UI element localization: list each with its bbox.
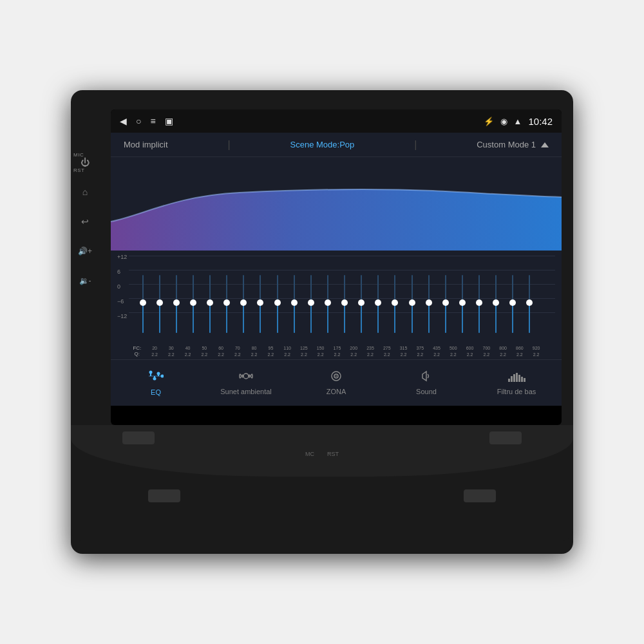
fc-value-22: 860 [516,345,524,352]
slider-col-11[interactable] [320,275,335,333]
svg-rect-15 [508,379,510,382]
fc-value-3: 50 [202,345,207,352]
q-value-7: 2.2 [268,352,274,358]
back-button[interactable]: ↩ [76,213,94,231]
fc-value-12: 200 [350,345,357,352]
slider-col-3[interactable] [185,275,200,333]
slider-col-1[interactable] [152,275,167,333]
freq-col-23: 9202.2 [529,345,544,358]
slider-col-15[interactable] [388,275,402,333]
freq-col-20: 7002.2 [479,345,494,358]
slider-col-18[interactable] [438,275,453,333]
custom-mode[interactable]: Custom Mode 1 [477,140,549,149]
slider-col-16[interactable] [404,275,419,333]
q-value-4: 2.2 [218,352,224,358]
volume-up-button[interactable]: 🔊+ [76,242,94,260]
freq-col-0: 202.2 [147,345,162,358]
fc-value-18: 500 [450,345,457,352]
time-display: 10:42 [528,116,553,127]
fc-value-5: 70 [235,345,240,352]
fc-value-20: 700 [482,345,490,352]
sep2: | [414,139,417,151]
q-value-5: 2.2 [234,352,241,358]
back-icon[interactable]: ◀ [120,116,127,126]
slider-col-9[interactable] [287,275,301,333]
slider-col-20[interactable] [472,275,487,333]
slider-col-14[interactable] [371,275,386,333]
freq-col-14: 2752.2 [379,345,394,358]
freq-col-3: 502.2 [197,345,212,358]
fc-value-21: 800 [499,345,507,352]
tab-eq-label: EQ [151,388,161,396]
home-button[interactable]: ⌂ [76,183,94,201]
freq-labels-row: FC: Q: 202.2302.2402.2502.2602.2702.2802… [111,344,562,359]
svg-rect-18 [516,373,518,382]
location-icon: ◉ [500,117,507,126]
slider-col-23[interactable] [522,275,537,333]
eq-sliders-wrapper: +12 6 0 −6 −12 [111,251,562,344]
bluetooth-icon: ⚡ [484,117,494,126]
svg-point-4 [153,377,156,380]
freq-labels-container: 202.2302.2402.2502.2602.2702.2802.2952.2… [147,345,544,358]
tab-sound[interactable]: Sound [381,370,471,395]
fc-value-16: 375 [416,345,424,352]
tab-sunet[interactable]: Sunet ambiental [201,370,291,395]
rst-label: RST [73,167,85,173]
menu-icon[interactable]: ≡ [150,116,155,126]
mode-bar: Mod implicit | Scene Mode:Pop | Custom M… [111,133,562,157]
rst-bottom-label: RST [327,451,339,457]
tab-zona[interactable]: ZONA [291,370,381,395]
fc-value-0: 20 [152,345,157,352]
slider-col-7[interactable] [253,275,268,333]
q-value-12: 2.2 [350,352,357,358]
fc-value-8: 110 [283,345,291,352]
sep1: | [228,139,231,151]
q-value-8: 2.2 [284,352,290,358]
slider-col-22[interactable] [506,275,520,333]
eq-sliders[interactable] [117,256,555,333]
slider-col-5[interactable] [220,275,234,333]
q-value-18: 2.2 [450,352,457,358]
q-value-9: 2.2 [301,352,307,358]
svg-point-13 [336,375,337,377]
mod-implicit[interactable]: Mod implicit [124,140,168,149]
slider-col-0[interactable] [135,275,150,333]
home-icon[interactable]: ○ [136,116,141,126]
svg-rect-20 [521,377,523,382]
freq-col-15: 3152.2 [396,345,411,358]
slider-col-10[interactable] [303,275,318,333]
slider-col-2[interactable] [169,275,184,333]
wifi-icon: ▲ [514,117,522,126]
freq-col-16: 3752.2 [413,345,428,358]
freq-col-21: 8002.2 [496,345,511,358]
freq-col-17: 4352.2 [430,345,444,358]
tab-eq[interactable]: EQ [111,370,201,396]
q-label-prefix: Q: [135,351,140,357]
svg-rect-19 [518,375,520,382]
filtru-icon [507,370,526,385]
slider-col-19[interactable] [455,275,469,333]
freq-col-6: 802.2 [247,345,261,358]
slider-col-17[interactable] [421,275,436,333]
scene-mode[interactable]: Scene Mode:Pop [290,140,355,149]
slider-col-13[interactable] [354,275,369,333]
slider-col-8[interactable] [270,275,285,333]
slider-col-21[interactable] [489,275,504,333]
status-right: ⚡ ◉ ▲ 10:42 [484,116,553,127]
q-value-1: 2.2 [168,352,175,358]
freq-col-18: 5002.2 [446,345,460,358]
mount-tab-right [489,431,522,444]
dropdown-icon [541,142,549,147]
fc-value-17: 435 [433,345,440,352]
tab-filtru[interactable]: Filtru de bas [471,370,562,395]
fc-value-7: 95 [268,345,273,352]
slider-col-12[interactable] [337,275,352,333]
fc-value-14: 275 [383,345,391,352]
volume-down-button[interactable]: 🔉- [76,272,94,290]
slider-col-6[interactable] [236,275,251,333]
svg-point-6 [157,372,160,375]
slider-col-4[interactable] [203,275,218,333]
q-value-21: 2.2 [500,352,506,358]
freq-col-8: 1102.2 [280,345,295,358]
recents-icon[interactable]: ▣ [165,116,173,126]
